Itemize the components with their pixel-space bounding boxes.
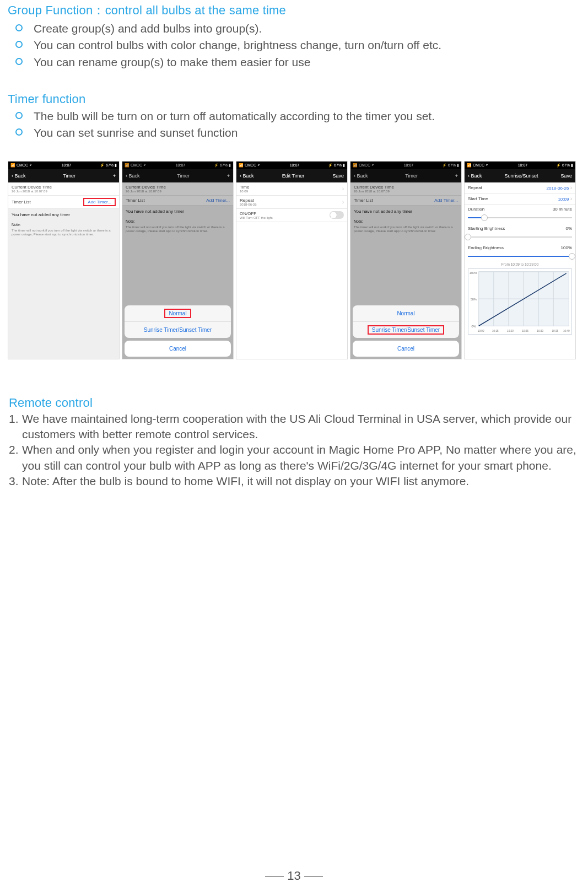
- screenshots-row: 📶 CMCC ᯤ 10:07 ⚡ 67% ▮ ‹ Back Timer + Cu…: [8, 161, 580, 359]
- brightness-chart: 100% 50% 0% 10:09 10:15 10:20 10:25 10:3…: [468, 268, 572, 335]
- sheet-option-normal[interactable]: Normal: [125, 305, 231, 322]
- carrier: CMCC: [245, 163, 256, 167]
- svg-text:10:15: 10:15: [492, 330, 499, 332]
- repeat-value: 2018-06-26: [547, 186, 569, 191]
- timer-function-heading: Timer function: [8, 92, 580, 106]
- back-button[interactable]: ‹ Back: [468, 173, 482, 179]
- group-function-list: Create group(s) and add bulbs into group…: [15, 21, 580, 70]
- nav-title: Edit Timer: [282, 173, 305, 179]
- repeat-label: Repeat: [468, 185, 482, 190]
- current-device-time-cell: Current Device Time26 Jun 2018 at 10:07:…: [350, 182, 461, 196]
- list-item-text: You can set sunrise and sunset function: [34, 125, 238, 141]
- timer-list-label: Timer List: [354, 198, 373, 203]
- onoff-sub: Will Turn OFF the light: [240, 216, 273, 219]
- sheet-option-normal[interactable]: Normal: [353, 305, 459, 322]
- sheet-cancel[interactable]: Cancel: [125, 341, 231, 357]
- save-button[interactable]: Save: [560, 173, 572, 179]
- back-button[interactable]: ‹ Back: [12, 173, 26, 179]
- remote-control-list: 1.We have maintained long-term cooperati…: [9, 411, 579, 489]
- add-button[interactable]: +: [113, 173, 116, 179]
- save-button[interactable]: Save: [332, 173, 344, 179]
- status-bar: 📶 CMCC ᯤ 10:07 ⚡ 67% ▮: [236, 162, 347, 169]
- timer-list-label: Timer List: [126, 198, 145, 203]
- status-bar: 📶 CMCC ᯤ 10:07 ⚡ 67% ▮: [8, 162, 119, 169]
- list-item: 1.We have maintained long-term cooperati…: [9, 411, 579, 443]
- onoff-cell: ON/OFFWill Turn OFF the light: [236, 209, 347, 222]
- starting-brightness-slider[interactable]: [468, 236, 572, 238]
- duration-cell: Duration 30 minute: [465, 205, 575, 214]
- group-function-section: Group Function：control all bulbs at the …: [8, 2, 580, 70]
- note-label: Note:: [8, 220, 119, 227]
- nav-bar: ‹ Back Timer +: [350, 169, 461, 182]
- chevron-right-icon: ›: [570, 185, 572, 191]
- start-time-cell[interactable]: Start Time 10:09 ›: [465, 193, 575, 205]
- list-item-text: Create group(s) and add bulbs into group…: [34, 21, 262, 36]
- add-timer-link[interactable]: Add Timer...: [83, 198, 116, 206]
- dash-icon: [265, 876, 284, 877]
- time-cell[interactable]: Time10:09 ›: [236, 182, 347, 196]
- list-item: You can control bulbs with color change,…: [15, 37, 580, 53]
- add-timer-link[interactable]: Add Timer...: [434, 198, 458, 203]
- list-item-text: We have maintained long-term cooperation…: [22, 411, 579, 443]
- action-sheet: Normal Sunrise Timer/Sunset Timer Cancel: [353, 305, 459, 357]
- cdt-label: Current Device Time: [354, 185, 394, 190]
- nav-bar: ‹ Back Timer +: [122, 169, 233, 182]
- nav-title: Timer: [63, 173, 75, 179]
- add-button[interactable]: +: [227, 173, 230, 179]
- sheet-option-sunrise-sunset[interactable]: Sunrise Timer/Sunset Timer: [125, 322, 231, 338]
- cdt-value: 26 Jun 2018 at 10:07:09: [126, 190, 166, 193]
- page-number-value: 13: [287, 869, 300, 883]
- group-function-heading: Group Function：control all bulbs at the …: [8, 2, 580, 19]
- ending-brightness-cell: Ending Brightness 100%: [465, 243, 575, 252]
- back-button[interactable]: ‹ Back: [240, 173, 254, 179]
- back-button[interactable]: ‹ Back: [354, 173, 368, 179]
- ending-brightness-slider[interactable]: [468, 256, 572, 257]
- list-item: 3.Note: After the bulb is bound to home …: [9, 474, 579, 489]
- timer-list-cell: Timer List Add Timer...: [8, 196, 119, 209]
- list-number: 1.: [9, 411, 22, 443]
- nav-title: Timer: [177, 173, 190, 179]
- list-number: 2.: [9, 442, 22, 474]
- chevron-right-icon: ›: [342, 186, 344, 192]
- sheet-option-sunrise-sunset[interactable]: Sunrise Timer/Sunset Timer: [353, 322, 459, 338]
- status-bar: 📶 CMCC ᯤ 10:07 ⚡ 67% ▮: [350, 162, 461, 169]
- onoff-toggle[interactable]: [330, 211, 344, 219]
- list-item-text: Note: After the bulb is bound to home WI…: [22, 474, 579, 489]
- timer-function-section: Timer function The bulb will be turn on …: [8, 92, 580, 141]
- nav-bar: ‹ Back Edit Timer Save: [236, 169, 347, 182]
- list-item-text: The bulb will be turn on or turn off aut…: [34, 109, 435, 124]
- duration-slider[interactable]: [468, 217, 572, 218]
- list-number: 3.: [9, 474, 22, 489]
- repeat-cell[interactable]: Repeat 2018-06-26 ›: [465, 182, 575, 193]
- status-bar: 📶 CMCC ᯤ 10:07 ⚡ 67% ▮: [465, 162, 575, 169]
- repeat-value: 2018-06-26: [240, 203, 257, 206]
- carrier: CMCC: [359, 163, 370, 167]
- back-button[interactable]: ‹ Back: [126, 173, 140, 179]
- note-body: The timer will not work if you turn off …: [8, 227, 119, 239]
- list-item: The bulb will be turn on or turn off aut…: [15, 109, 580, 124]
- action-sheet: Normal Sunrise Timer/Sunset Timer Cancel: [125, 305, 231, 357]
- empty-state: You have not added any timer: [350, 206, 461, 217]
- screenshot-edit-timer: 📶 CMCC ᯤ 10:07 ⚡ 67% ▮ ‹ Back Edit Timer…: [236, 161, 348, 359]
- battery: 67%: [562, 163, 570, 167]
- status-time: 10:07: [404, 163, 414, 167]
- bullet-icon: [15, 41, 23, 48]
- dash-icon: [304, 876, 323, 877]
- svg-text:100%: 100%: [470, 271, 477, 274]
- nav-title: Timer: [405, 173, 418, 179]
- list-item-text: You can rename group(s) to make them eas…: [34, 55, 310, 70]
- cdt-value: 26 Jun 2018 at 10:07:09: [12, 190, 52, 193]
- battery: 67%: [334, 163, 342, 167]
- sheet-cancel[interactable]: Cancel: [353, 341, 459, 357]
- battery: 67%: [106, 163, 114, 167]
- status-bar: 📶 CMCC ᯤ 10:07 ⚡ 67% ▮: [122, 162, 233, 169]
- starting-brightness-label: Starting Brightness: [468, 226, 505, 231]
- add-button[interactable]: +: [455, 173, 458, 179]
- battery: 67%: [448, 163, 456, 167]
- start-time-label: Start Time: [468, 196, 488, 201]
- repeat-cell[interactable]: Repeat2018-06-26 ›: [236, 196, 347, 209]
- carrier: CMCC: [17, 163, 28, 167]
- nav-title: Sunrise/Sunset: [504, 173, 538, 179]
- add-timer-link[interactable]: Add Timer...: [206, 198, 230, 203]
- starting-brightness-cell: Starting Brightness 0%: [465, 224, 575, 233]
